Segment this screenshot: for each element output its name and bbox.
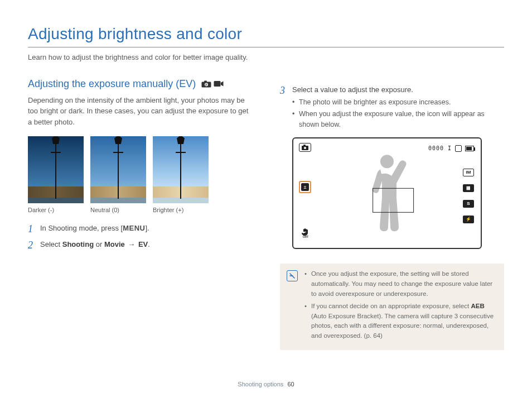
- thumb-label: Darker (-): [28, 205, 84, 215]
- status-bar: 0000 I: [428, 144, 474, 152]
- right-column: Select a value to adjust the exposure. T…: [280, 76, 504, 350]
- right-icon-stack: IM ▦ S ⚡: [463, 169, 474, 223]
- step-2-text-a: Select: [40, 240, 62, 248]
- note-icon: [287, 270, 298, 281]
- thumb-image-darker: [28, 136, 84, 203]
- note-box: Once you adjust the exposure, the settin…: [280, 264, 504, 350]
- page-footer: Shooting options 60: [0, 380, 532, 389]
- movie-icon: [214, 80, 224, 87]
- subheading-ev: Adjusting the exposure manually (EV) P: [28, 76, 252, 92]
- thumb-label: Neutral (0): [90, 205, 146, 215]
- svg-text:OFF: OFF: [303, 235, 308, 238]
- svg-rect-6: [303, 145, 306, 146]
- step-3: Select a value to adjust the exposure. T…: [280, 84, 504, 130]
- thumb-neutral: Neutral (0): [90, 136, 146, 215]
- step-3-bullet: The photo will be brighter as exposure i…: [292, 97, 504, 108]
- viewfinder-preview: 0000 I ± IM ▦ S ⚡ OFF: [292, 137, 482, 249]
- step-2: Select Shooting or Movie → EV.: [28, 239, 252, 250]
- svg-rect-4: [214, 81, 221, 87]
- step-1-text-a: In Shooting mode, press [: [40, 224, 123, 232]
- step-1: In Shooting mode, press [MENU].: [28, 223, 252, 234]
- memory-card-icon: [455, 145, 462, 152]
- note-item: If you cannot decide on an appropriate e…: [304, 302, 496, 341]
- quality-icon: ▦: [463, 184, 474, 192]
- mode-icon-group: P: [201, 80, 224, 88]
- focus-box: [373, 188, 414, 213]
- footer-section: Shooting options: [238, 381, 283, 387]
- exposure-thumbnails: Darker (-) Neutral (0) Brighter (+): [28, 136, 252, 215]
- ev-description: Depending on the intensity of the ambien…: [28, 95, 252, 128]
- thumb-brighter: Brighter (+): [153, 136, 209, 215]
- arrow-icon: →: [125, 240, 138, 248]
- flash-icon: ⚡: [463, 216, 474, 223]
- note-text: If you cannot decide on an appropriate e…: [311, 303, 471, 309]
- thumb-darker: Darker (-): [28, 136, 84, 215]
- thumb-image-neutral: [90, 136, 146, 203]
- step-2-or: or: [94, 240, 104, 248]
- note-text: (Auto Exposure Bracket). The camera will…: [311, 313, 494, 339]
- svg-rect-1: [204, 80, 207, 82]
- left-column: Adjusting the exposure manually (EV) P D…: [28, 76, 252, 350]
- step-3-bullet: When you adjust the exposure value, the …: [292, 109, 504, 130]
- ev-icon: ±: [301, 183, 309, 191]
- ev-indicator-highlighted: ±: [299, 181, 311, 193]
- battery-icon: [465, 146, 474, 151]
- subheading-text: Adjusting the exposure manually (EV): [28, 76, 196, 92]
- page-intro: Learn how to adjust the brightness and c…: [28, 52, 504, 63]
- svg-point-7: [304, 147, 306, 149]
- step-1-text-b: ].: [145, 224, 149, 232]
- aeb-label: AEB: [471, 303, 484, 309]
- thumb-image-brighter: [153, 136, 209, 203]
- shooting-option: Shooting: [62, 240, 94, 248]
- page-title: Adjusting brightness and color: [28, 22, 504, 47]
- movie-option: Movie: [104, 240, 125, 248]
- resolution-icon: IM: [463, 169, 474, 176]
- step-3-text: Select a value to adjust the exposure.: [292, 85, 413, 94]
- note-item: Once you adjust the exposure, the settin…: [304, 269, 496, 299]
- page-number: 60: [287, 381, 294, 387]
- stabilizer-off-icon: OFF: [300, 227, 311, 241]
- mode-indicator-icon: [299, 143, 311, 152]
- step-2-end: .: [148, 240, 150, 248]
- menu-button-label: MENU: [123, 224, 145, 232]
- shot-counter: 0000 I: [428, 144, 452, 152]
- ev-option: EV: [138, 240, 148, 248]
- camera-p-icon: P: [201, 80, 211, 88]
- thumb-label: Brighter (+): [153, 205, 209, 215]
- metering-icon: S: [463, 200, 474, 208]
